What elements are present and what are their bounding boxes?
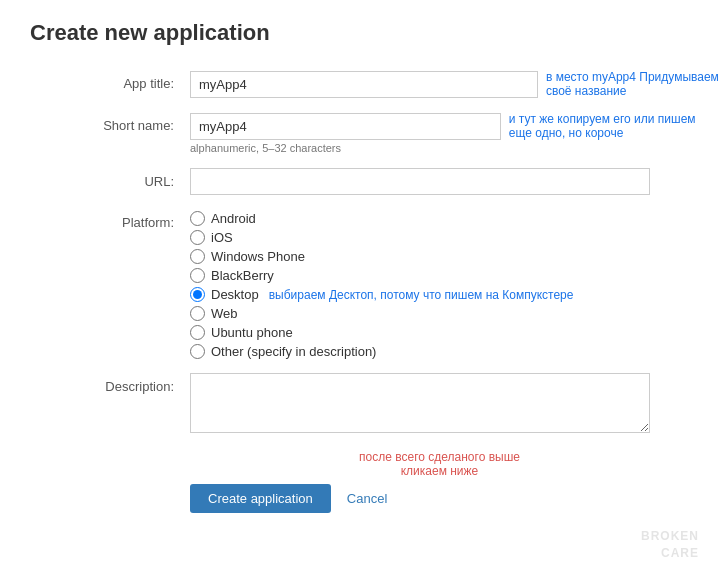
- platform-list: Android iOS Windows Phone BlackBerry Des…: [190, 209, 689, 359]
- url-input[interactable]: [190, 168, 650, 195]
- app-title-control: в место myApp4 Придумываем своё название: [190, 70, 719, 98]
- platform-label-blackberry[interactable]: BlackBerry: [211, 268, 274, 283]
- platform-item-web: Web: [190, 306, 689, 321]
- buttons-spacer: [30, 450, 190, 456]
- page-title: Create new application: [30, 20, 689, 46]
- url-row: URL:: [30, 168, 689, 195]
- watermark: BROKEN CARE: [641, 528, 699, 562]
- platform-item-ubuntu: Ubuntu phone: [190, 325, 689, 340]
- platform-radio-windows-phone[interactable]: [190, 249, 205, 264]
- description-input[interactable]: [190, 373, 650, 433]
- platform-row: Platform: Android iOS Windows Phone Blac…: [30, 209, 689, 359]
- description-row: Description:: [30, 373, 689, 436]
- platform-label-windows-phone[interactable]: Windows Phone: [211, 249, 305, 264]
- platform-label-web[interactable]: Web: [211, 306, 238, 321]
- short-name-input[interactable]: [190, 113, 501, 140]
- platform-label-desktop[interactable]: Desktop: [211, 287, 259, 302]
- platform-radio-ios[interactable]: [190, 230, 205, 245]
- short-name-row: Short name: и тут же копируем его или пи…: [30, 112, 689, 154]
- app-title-label: App title:: [30, 70, 190, 91]
- app-title-row: App title: в место myApp4 Придумываем св…: [30, 70, 689, 98]
- platform-radio-android[interactable]: [190, 211, 205, 226]
- platform-label: Platform:: [30, 209, 190, 230]
- hint-red-2: кликаем ниже: [190, 464, 689, 478]
- platform-item-blackberry: BlackBerry: [190, 268, 689, 283]
- platform-item-desktop: Desktop выбираем Десктоп, потому что пиш…: [190, 287, 689, 302]
- hint-red-1: после всего сделаного выше: [190, 450, 689, 464]
- short-name-hint: и тут же копируем его или пишем еще одно…: [509, 112, 711, 140]
- platform-label-ios[interactable]: iOS: [211, 230, 233, 245]
- buttons-wrap: после всего сделаного выше кликаем ниже …: [190, 450, 689, 513]
- platform-radio-web[interactable]: [190, 306, 205, 321]
- watermark-line1: BROKEN: [641, 528, 699, 545]
- platform-label-android[interactable]: Android: [211, 211, 256, 226]
- platform-item-android: Android: [190, 211, 689, 226]
- platform-radio-other[interactable]: [190, 344, 205, 359]
- platform-radio-ubuntu[interactable]: [190, 325, 205, 340]
- platform-item-other: Other (specify in description): [190, 344, 689, 359]
- platform-radio-blackberry[interactable]: [190, 268, 205, 283]
- platform-control: Android iOS Windows Phone BlackBerry Des…: [190, 209, 689, 359]
- url-control: [190, 168, 689, 195]
- app-title-hint: в место myApp4 Придумываем своё название: [546, 70, 719, 98]
- buttons-row: после всего сделаного выше кликаем ниже …: [30, 450, 689, 513]
- platform-label-ubuntu[interactable]: Ubuntu phone: [211, 325, 293, 340]
- short-name-label: Short name:: [30, 112, 190, 133]
- create-application-button[interactable]: Create application: [190, 484, 331, 513]
- platform-item-windows-phone: Windows Phone: [190, 249, 689, 264]
- platform-radio-desktop[interactable]: [190, 287, 205, 302]
- platform-label-other[interactable]: Other (specify in description): [211, 344, 376, 359]
- short-name-control: и тут же копируем его или пишем еще одно…: [190, 112, 711, 154]
- short-name-sub: alphanumeric, 5–32 characters: [190, 142, 711, 154]
- platform-item-ios: iOS: [190, 230, 689, 245]
- desktop-annotation: выбираем Десктоп, потому что пишем на Ко…: [269, 288, 574, 302]
- description-control: [190, 373, 689, 436]
- cancel-button[interactable]: Cancel: [347, 491, 387, 506]
- app-title-input[interactable]: [190, 71, 538, 98]
- watermark-line2: CARE: [641, 545, 699, 562]
- description-label: Description:: [30, 373, 190, 394]
- url-label: URL:: [30, 168, 190, 189]
